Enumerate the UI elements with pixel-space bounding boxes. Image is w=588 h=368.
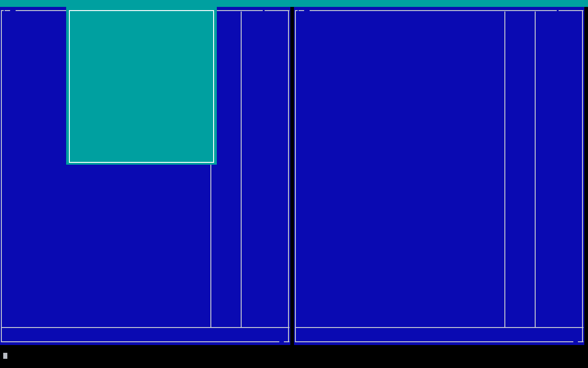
panel-border-top [295,10,583,11]
panel-border-right [288,10,289,342]
history-back-icon[interactable] [4,7,5,14]
column-header-size[interactable] [505,14,534,21]
column-divider [535,12,536,327]
function-key-bar [0,359,588,367]
command-dropdown-menu [66,7,217,165]
text-cursor [3,353,7,359]
panel-path [10,7,16,14]
history-back-icon[interactable] [298,7,299,14]
ministatus-divider [1,327,289,328]
cd-up-icon[interactable] [557,7,559,14]
ministatus-divider [295,327,583,328]
panel-border-left [1,10,2,342]
menu-border [69,10,214,11]
panel-right [294,7,584,345]
panel-border-left [295,10,296,342]
panel-border-bottom [1,341,289,342]
column-divider [504,12,505,327]
column-divider [241,12,242,327]
menu-border [69,10,70,163]
free-space-label [573,339,578,345]
free-space-label [279,339,284,345]
panel-border-right [582,10,583,342]
panel-path [304,7,310,14]
panel-border-bottom [295,341,583,342]
menu-border [213,10,214,163]
menu-border [69,162,214,163]
cd-up-icon[interactable] [263,7,265,14]
menu-bar [0,0,588,7]
mc-screen [0,0,588,368]
shell-command-line[interactable] [1,352,7,359]
